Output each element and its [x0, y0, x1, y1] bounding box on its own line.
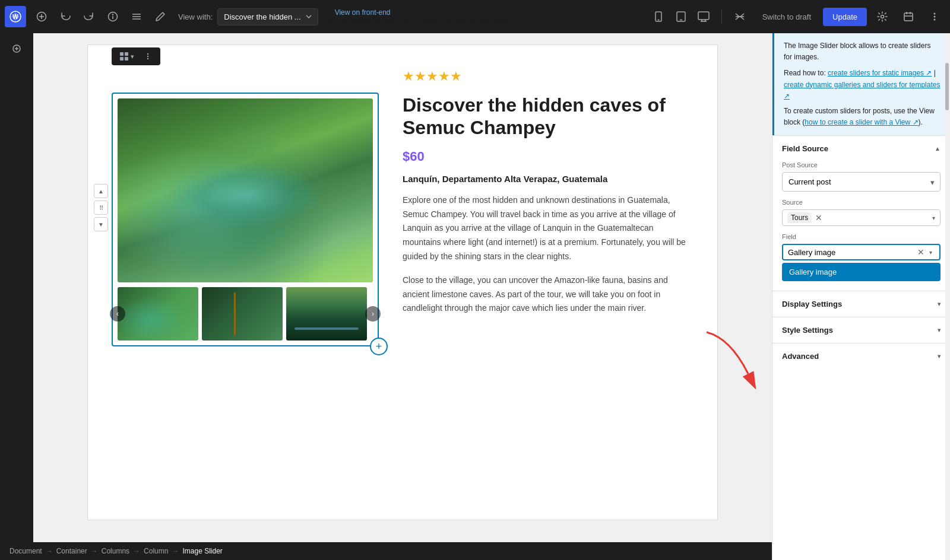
field-clear-btn[interactable]: ✕ — [915, 247, 927, 257]
edit-btn[interactable] — [150, 6, 171, 27]
svg-rect-21 — [904, 13, 913, 21]
main-toolbar: W View with: Discover the hidd — [0, 0, 950, 33]
svg-point-33 — [147, 58, 148, 59]
read-how-to: Read how to: create sliders for static i… — [784, 68, 940, 102]
display-settings-section: Display Settings ▾ — [772, 291, 950, 317]
thumbnail-2[interactable] — [202, 287, 283, 341]
right-sidebar: The Image Slider block allows to create … — [772, 33, 950, 560]
thumbnails — [118, 287, 373, 341]
tablet-view-btn[interactable] — [670, 6, 692, 27]
display-settings-title: Display Settings — [782, 300, 842, 308]
schedule-btn[interactable] — [898, 6, 919, 27]
layout-btn[interactable] — [729, 6, 750, 27]
editor-area: ▾ — [33, 33, 772, 560]
more-options-btn[interactable] — [924, 6, 945, 27]
custom-sliders-text: To create custom sliders for posts, use … — [784, 106, 940, 128]
switch-draft-btn[interactable]: Switch to draft — [755, 9, 818, 25]
redo-btn[interactable] — [78, 6, 100, 27]
svg-point-27 — [934, 19, 936, 21]
post-source-label: Post Source — [782, 161, 940, 168]
thumbnails-next-btn[interactable]: › — [365, 306, 381, 322]
view-subtitle: (Click Update button first to view the r… — [328, 17, 509, 26]
product-layout: ▾ — [112, 57, 694, 358]
image-slider-section: ▾ — [112, 69, 379, 346]
field-input[interactable] — [788, 248, 915, 257]
block-move-up-btn[interactable]: ▲ — [94, 184, 108, 198]
left-sidebar — [0, 33, 33, 560]
thumbnail-1[interactable] — [118, 287, 198, 341]
breadcrumb-columns[interactable]: Columns — [102, 547, 129, 555]
breadcrumb-image-slider[interactable]: Image Slider — [182, 547, 222, 555]
source-tag-select[interactable]: Tours ✕ ▾ — [782, 209, 940, 226]
svg-point-7 — [113, 14, 113, 15]
post-source-select-wrapper[interactable]: Current post — [782, 172, 940, 192]
scrollbar-thumb[interactable] — [945, 63, 949, 110]
wp-logo[interactable]: W — [5, 6, 26, 27]
source-dropdown-btn[interactable]: ▾ — [932, 215, 935, 221]
source-wrapper: Source Tours ✕ ▾ — [782, 199, 940, 226]
slider-toolbar: ▾ — [112, 47, 160, 65]
block-move-down-btn[interactable]: ▼ — [94, 217, 108, 231]
slider-more-btn[interactable] — [140, 50, 156, 63]
breadcrumb: Document → Container → Columns → Column … — [0, 542, 772, 560]
field-suggestion[interactable]: Gallery image — [782, 263, 940, 281]
main-slide — [118, 98, 373, 282]
add-block-btn[interactable]: + — [370, 338, 388, 355]
slider-image-btn[interactable]: ▾ — [116, 50, 138, 63]
scrollbar-track[interactable] — [945, 33, 950, 560]
info-btn[interactable] — [102, 6, 124, 27]
breadcrumb-document[interactable]: Document — [10, 547, 42, 555]
device-buttons — [648, 6, 714, 27]
svg-point-20 — [881, 15, 884, 18]
product-description-2: Close to the village, you can uncover th… — [403, 273, 694, 316]
post-source-select[interactable]: Current post — [782, 172, 940, 192]
svg-point-32 — [147, 56, 148, 57]
thumbnails-prev-btn[interactable]: ‹ — [110, 306, 125, 322]
svg-rect-15 — [698, 12, 709, 20]
advanced-chevron: ▾ — [938, 353, 940, 359]
style-settings-chevron: ▾ — [938, 327, 940, 333]
field-source-chevron: ▲ — [935, 145, 940, 152]
svg-point-31 — [147, 53, 148, 55]
block-drag-btn[interactable]: ⠿ — [94, 201, 108, 215]
view-with-label: View with: — [178, 12, 213, 21]
field-source-title: Field Source — [782, 144, 828, 153]
left-tool-1[interactable] — [6, 38, 27, 59]
advanced-header[interactable]: Advanced ▾ — [772, 343, 950, 369]
grid-icon — [120, 52, 128, 61]
field-dropdown-btn[interactable]: ▾ — [927, 249, 935, 256]
link-view-slider[interactable]: how to create a slider with a View ↗ — [805, 118, 918, 126]
desktop-view-btn[interactable] — [693, 6, 714, 27]
settings-btn[interactable] — [872, 6, 893, 27]
link-static-images[interactable]: create sliders for static images ↗ — [828, 69, 932, 77]
breadcrumb-container[interactable]: Container — [56, 547, 87, 555]
undo-btn[interactable] — [55, 6, 76, 27]
link-dynamic-galleries[interactable]: create dynamic galleries and sliders for… — [784, 81, 940, 100]
field-input-wrapper[interactable]: ✕ ▾ — [782, 244, 940, 260]
view-on-frontend-link[interactable]: View on front-end — [335, 8, 391, 17]
source-clear-btn[interactable]: ✕ — [815, 213, 822, 222]
product-title: Discover the hidden caves of Semuc Champ… — [403, 94, 694, 139]
mobile-view-btn[interactable] — [648, 6, 669, 27]
post-source-wrapper: Post Source Current post — [782, 161, 940, 192]
field-source-header[interactable]: Field Source ▲ — [772, 136, 950, 161]
field-source-section: Field Source ▲ Post Source Current post … — [772, 135, 950, 291]
canvas-content: ▾ — [88, 45, 717, 382]
breadcrumb-column[interactable]: Column — [144, 547, 168, 555]
source-label: Source — [782, 199, 940, 206]
advanced-section: Advanced ▾ — [772, 343, 950, 369]
view-with-select[interactable]: Discover the hidden ... — [217, 8, 318, 26]
svg-point-25 — [934, 13, 936, 15]
toolbar-right: Switch to draft Update — [648, 6, 945, 27]
main-layout: ▾ — [0, 33, 950, 560]
add-block-toolbar-btn[interactable] — [31, 6, 52, 27]
list-view-btn[interactable] — [126, 6, 147, 27]
style-settings-header[interactable]: Style Settings ▾ — [772, 317, 950, 343]
info-box: The Image Slider block allows to create … — [772, 33, 950, 135]
thumbnail-3[interactable] — [286, 287, 367, 341]
display-settings-chevron: ▾ — [938, 301, 940, 307]
display-settings-header[interactable]: Display Settings ▾ — [772, 291, 950, 317]
field-label: Field — [782, 233, 940, 240]
update-btn[interactable]: Update — [823, 8, 867, 26]
image-slider-container: ‹ › — [112, 93, 379, 346]
